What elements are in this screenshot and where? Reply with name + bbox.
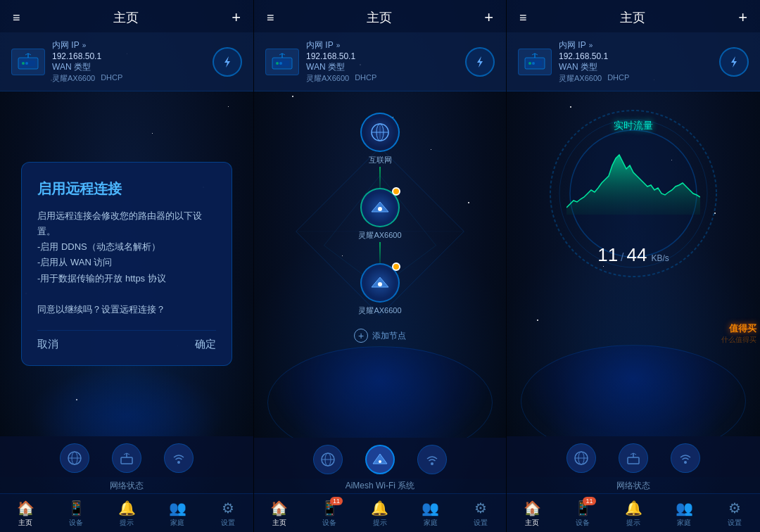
tab-devices-2[interactable]: 📱11 设备 [305,498,355,529]
svg-rect-11 [121,457,132,464]
ip-value-3: 192.168.50.1 [559,51,608,61]
router-node-1-label: 灵耀AX6600 [358,230,401,241]
svg-point-48 [528,62,531,65]
lightning-icon[interactable] [213,47,242,77]
speed-slash: / [621,251,623,264]
tab-home-2[interactable]: 🏠 主页 [254,498,305,529]
device-info-3: 内网 IP » 192.168.50.1 WAN 类型 灵耀AX6600 DHC… [559,39,719,84]
wifi-nav-icon-3[interactable] [671,443,700,473]
wan-label-2: WAN 类型 [306,61,345,73]
home-tab-icon-3: 🏠 [524,500,541,517]
svg-point-5 [22,62,25,65]
settings-tab-icon-3: ⚙ [728,500,741,517]
home-tab-icon: 🏠 [17,500,34,517]
home-tab-label-3: 主页 [525,518,539,528]
router-nav-icon[interactable] [112,443,141,473]
tab-alerts-2[interactable]: 🔔 提示 [355,498,405,529]
tab-alerts-3[interactable]: 🔔 提示 [608,498,659,529]
tab-family-3[interactable]: 👥 家庭 [659,498,709,529]
devices-badge-2: 11 [330,497,343,505]
svg-point-15 [177,461,180,464]
add-button[interactable]: + [232,8,241,27]
svg-point-6 [25,62,28,65]
tab-devices-3[interactable]: 📱11 设备 [557,498,608,529]
header-3: ≡ 主页 + [507,0,760,32]
device-dhcp: DHCP [101,73,122,84]
page-title-3: 主页 [620,9,645,26]
family-tab-icon-3: 👥 [676,500,693,517]
wifi-nav-icon[interactable] [164,443,194,473]
tab-family[interactable]: 👥 家庭 [152,498,203,529]
svg-marker-7 [224,56,230,68]
upload-speed: 44 [627,244,647,266]
add-node-icon: + [354,329,368,343]
tab-family-2[interactable]: 👥 家庭 [405,498,456,529]
download-speed: 11 [597,244,618,266]
alerts-tab-label: 提示 [120,518,134,528]
tab-settings-2[interactable]: ⚙ 设置 [455,498,506,529]
settings-tab-icon: ⚙ [222,500,234,517]
router-node-2-icon[interactable] [360,263,400,303]
device-name-3: 灵耀AX6600 [559,73,602,84]
ip-label: 内网 IP [52,39,80,51]
lightning-icon-2[interactable] [465,47,495,77]
device-dhcp-2: DHCP [355,73,376,84]
router-nav-icon-3[interactable] [619,443,648,473]
tab-home-3[interactable]: 🏠 主页 [507,498,557,529]
router-node-2-label: 灵耀AX6600 [358,305,401,316]
cancel-button[interactable]: 取消 [37,338,58,351]
svg-point-61 [684,461,687,464]
dialog-title: 启用远程连接 [37,179,216,198]
tab-settings-3[interactable]: ⚙ 设置 [709,498,760,529]
main-area-3: 实时流量 11 / 44 KB/s [507,91,760,436]
wifi-nav-icon-2[interactable] [417,445,447,474]
devices-tab-label-3: 设备 [576,518,590,528]
page-title: 主页 [113,9,139,26]
device-name: 灵耀AX6600 [52,73,95,84]
devices-badge-3: 11 [583,497,595,505]
add-button-2[interactable]: + [484,8,493,27]
watermark: 值得买 什么值得买 [721,322,756,345]
tab-devices[interactable]: 📱 设备 [51,498,101,529]
globe-nav-icon[interactable] [60,443,89,473]
dialog-box: 启用远程连接 启用远程连接会修改您的路由器的以下设置。 -启用 DDNS（动态域… [21,162,232,366]
bottom-tabs-3: 🏠 主页 📱11 设备 🔔 提示 👥 家庭 ⚙ 设置 [507,493,760,532]
tab-alerts[interactable]: 🔔 提示 [101,498,152,529]
lightning-icon-3[interactable] [719,47,749,77]
settings-tab-label-3: 设置 [728,518,742,528]
add-node-button[interactable]: + 添加节点 [354,329,406,343]
menu-icon-3[interactable]: ≡ [519,11,527,25]
header: ≡ 主页 + [0,0,253,32]
globe-nav-icon-3[interactable] [566,443,596,473]
menu-icon-2[interactable]: ≡ [267,11,274,25]
internet-node: 互联网 [360,113,400,167]
devices-tab-icon-2: 📱11 [321,500,338,517]
svg-rect-57 [628,457,639,464]
tab-home[interactable]: 🏠 主页 [0,498,51,529]
device-card-2: 内网 IP » 192.168.50.1 WAN 类型 灵耀AX6600 DHC… [254,32,506,91]
router-nav-icon-2[interactable] [365,445,395,474]
device-name-2: 灵耀AX6600 [306,73,349,84]
watermark-sub: 什么值得买 [721,335,756,345]
speed-display: 11 / 44 KB/s [597,244,669,266]
dialog-body: 启用远程连接会修改您的路由器的以下设置。 -启用 DDNS（动态域名解析） -启… [37,208,216,317]
devices-tab-label: 设备 [69,518,83,528]
device-info: 内网 IP » 192.168.50.1 WAN 类型 灵耀AX6600 DHC… [52,39,213,84]
speed-unit: KB/s [651,253,669,263]
add-button-3[interactable]: + [738,8,747,27]
tab-settings[interactable]: ⚙ 设置 [203,498,253,529]
device-card: 内网 IP » 192.168.50.1 WAN 类型 灵耀AX6600 DHC… [0,32,253,91]
confirm-button[interactable]: 确定 [195,338,216,351]
nav-icons-row-2 [254,438,506,479]
alerts-tab-label-2: 提示 [373,518,387,528]
svg-marker-23 [477,56,483,68]
router-node-1-icon[interactable] [360,188,400,227]
menu-icon[interactable]: ≡ [13,11,20,25]
bottom-tabs-2: 🏠 主页 📱11 设备 🔔 提示 👥 家庭 ⚙ 设置 [254,493,506,532]
svg-point-41 [379,460,381,463]
bottom-tabs: 🏠 主页 📱 设备 🔔 提示 👥 家庭 ⚙ 设置 [0,493,253,532]
alerts-tab-icon: 🔔 [118,500,136,517]
internet-node-icon[interactable] [360,113,400,152]
chart-title: 实时流量 [614,120,653,132]
globe-nav-icon-2[interactable] [313,445,343,474]
